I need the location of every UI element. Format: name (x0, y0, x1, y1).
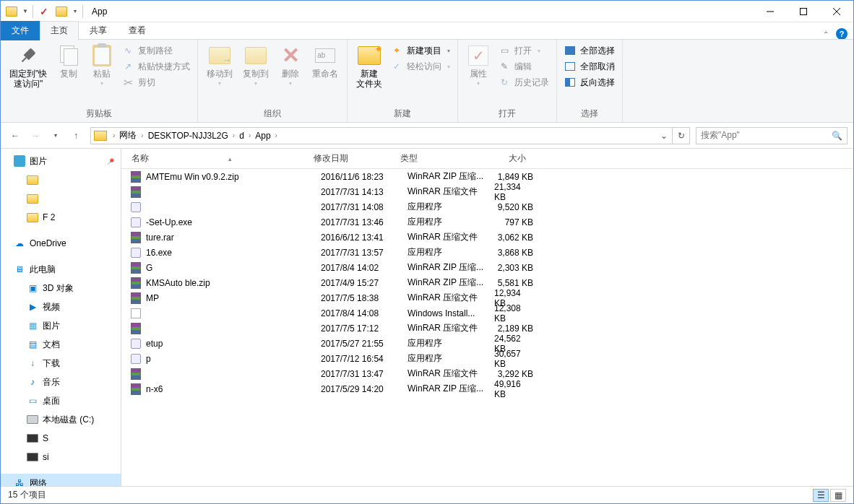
maximize-button[interactable] (787, 1, 820, 22)
chevron-right-icon[interactable]: › (272, 131, 280, 139)
file-name: ture.rar (146, 233, 316, 243)
tab-file[interactable]: 文件 (1, 21, 40, 40)
item-count: 15 个项目 (8, 489, 46, 501)
easyaccess-button[interactable]: ✓轻松访问▾ (388, 58, 453, 74)
breadcrumb-root-icon[interactable] (94, 131, 107, 141)
refresh-button[interactable]: ↻ (672, 127, 689, 144)
properties-button[interactable]: ✓属性▾ (462, 41, 494, 92)
table-row[interactable]: KMSAuto ble.zip2017/4/9 15:27WinRAR ZIP … (121, 275, 853, 290)
selectall-button[interactable]: 全部选择 (561, 43, 618, 58)
breadcrumb[interactable]: › 网络 › DESKTOP-NJJ3L2G › d › App › ⌄ ↻ (90, 127, 690, 144)
table-row[interactable]: MP2017/7/5 18:38WinRAR 压缩文件12,934 KB (121, 290, 853, 305)
recent-dropdown-icon[interactable]: ▾ (47, 127, 64, 144)
file-date: 2017/8/4 14:02 (316, 260, 403, 275)
table-row[interactable]: 2017/7/31 14:13WinRAR 压缩文件21,334 KB (121, 184, 853, 199)
tree-localc[interactable]: 本地磁盘 (C:) (1, 410, 121, 429)
tab-view[interactable]: 查看 (118, 21, 157, 40)
address-dropdown-icon[interactable]: ⌄ (656, 131, 672, 141)
tree-item[interactable] (1, 170, 121, 189)
col-date[interactable]: 修改日期 (309, 149, 396, 168)
tree-drive[interactable]: si (1, 448, 121, 466)
tab-home[interactable]: 主页 (40, 21, 79, 40)
qat-folder-icon[interactable] (4, 4, 20, 19)
newitem-button[interactable]: ✦新建项目▾ (388, 43, 453, 58)
help-icon[interactable]: ? (836, 28, 847, 40)
navigation-tree[interactable]: 图片📍 F 2 ☁OneDrive 🖥此电脑 ▣3D 对象 ▶视频 ▦图片 ▤文… (1, 149, 121, 486)
copy-button[interactable]: 复制 (53, 41, 85, 82)
collapse-ribbon-icon[interactable]: ⌃ (823, 30, 829, 38)
chevron-right-icon[interactable]: › (138, 131, 146, 139)
tree-onedrive[interactable]: ☁OneDrive (1, 234, 121, 253)
tree-drive[interactable]: S (1, 429, 121, 448)
tree-documents[interactable]: ▤文档 (1, 335, 121, 354)
table-row[interactable]: G2017/8/4 14:02WinRAR ZIP 压缩...2,303 KB (121, 260, 853, 275)
table-row[interactable]: 16.exe2017/7/31 13:57应用程序3,868 KB (121, 245, 853, 260)
tree-pictures[interactable]: 图片📍 (1, 152, 121, 170)
newfolder-button[interactable]: 新建 文件夹 (352, 41, 387, 92)
chevron-right-icon[interactable]: › (230, 131, 238, 139)
table-row[interactable]: n-x62017/5/29 14:20WinRAR ZIP 压缩...49,91… (121, 381, 853, 396)
table-row[interactable]: 2017/7/31 13:47WinRAR 压缩文件3,292 KB (121, 366, 853, 381)
table-row[interactable]: 2017/8/4 14:08Windows Install...12,308 K… (121, 305, 853, 321)
qat-dropdown-icon[interactable]: ▼ (21, 4, 30, 19)
qat-folder2-icon[interactable] (53, 4, 69, 19)
crumb-app[interactable]: App (254, 131, 272, 141)
table-row[interactable]: -Set-Up.exe2017/7/31 13:46应用程序797 KB (121, 214, 853, 230)
history-button[interactable]: ↻历史记录 (496, 74, 552, 90)
file-icon (130, 323, 142, 334)
table-row[interactable]: p2017/7/12 16:54应用程序30,657 KB (121, 351, 853, 366)
forward-button[interactable]: → (27, 127, 44, 144)
back-button[interactable]: ← (7, 127, 24, 144)
close-button[interactable] (820, 1, 853, 22)
up-button[interactable]: ↑ (67, 127, 85, 144)
tree-3dobjects[interactable]: ▣3D 对象 (1, 279, 121, 297)
file-rows[interactable]: AMTEmu Win v0.9.2.zip2016/11/6 18:23WinR… (121, 169, 853, 486)
tree-item[interactable]: F 2 (1, 208, 121, 227)
table-row[interactable]: ture.rar2016/6/12 13:41WinRAR 压缩文件3,062 … (121, 230, 853, 245)
file-type: WinRAR 压缩文件 (403, 290, 490, 305)
pasteshortcut-button[interactable]: ↗粘贴快捷方式 (119, 58, 193, 74)
crumb-host[interactable]: DESKTOP-NJJ3L2G (147, 131, 230, 141)
tree-item[interactable] (1, 189, 121, 208)
tree-downloads[interactable]: ↓下载 (1, 354, 121, 373)
open-button[interactable]: ▭打开▾ (496, 43, 552, 58)
table-row[interactable]: 2017/7/31 14:08应用程序9,520 KB (121, 199, 853, 214)
tab-share[interactable]: 共享 (79, 21, 118, 40)
tree-desktop[interactable]: ▭桌面 (1, 391, 121, 410)
qat-dropdown2-icon[interactable]: ▾ (71, 4, 79, 19)
cut-button[interactable]: ✂剪切 (119, 74, 193, 90)
paste-button[interactable]: 粘贴▾ (86, 41, 118, 92)
tree-thispc[interactable]: 🖥此电脑 (1, 260, 121, 279)
tree-music[interactable]: ♪音乐 (1, 373, 121, 391)
search-input[interactable]: 搜索"App" 🔍 (696, 127, 847, 144)
copypath-button[interactable]: ∿复制路径 (119, 43, 193, 58)
moveto-button[interactable]: 移动到▾ (202, 41, 237, 92)
crumb-d[interactable]: d (238, 131, 246, 141)
selectnone-button[interactable]: 全部取消 (561, 58, 618, 74)
file-name: MP (146, 293, 316, 303)
chevron-right-icon[interactable]: › (246, 131, 254, 139)
col-type[interactable]: 类型 (396, 149, 483, 168)
tree-videos[interactable]: ▶视频 (1, 297, 121, 316)
search-icon[interactable]: 🔍 (832, 131, 842, 141)
crumb-network[interactable]: 网络 (118, 129, 138, 142)
details-view-button[interactable]: ☰ (813, 489, 829, 502)
table-row[interactable]: AMTEmu Win v0.9.2.zip2016/11/6 18:23WinR… (121, 169, 853, 184)
edit-button[interactable]: ✎编辑 (496, 58, 552, 74)
tree-network[interactable]: 🖧网络 (1, 474, 121, 486)
invertselect-button[interactable]: 反向选择 (561, 74, 618, 90)
table-row[interactable]: etup2017/5/27 21:55应用程序24,562 KB (121, 336, 853, 351)
tree-pictures2[interactable]: ▦图片 (1, 316, 121, 335)
minimize-button[interactable] (754, 1, 787, 22)
file-type: WinRAR ZIP 压缩... (403, 169, 490, 184)
qat-properties-icon[interactable]: ✓ (36, 4, 52, 19)
chevron-right-icon[interactable]: › (110, 131, 118, 139)
thumbnails-view-button[interactable]: ▦ (830, 489, 846, 502)
rename-button[interactable]: 重命名 (308, 41, 342, 82)
table-row[interactable]: 2017/7/5 17:12WinRAR 压缩文件2,189 KB (121, 321, 853, 336)
delete-button[interactable]: ✕删除▾ (275, 41, 306, 92)
copyto-button[interactable]: 复制到▾ (238, 41, 273, 92)
col-name[interactable]: 名称▴ (121, 149, 309, 168)
col-size[interactable]: 大小 (483, 149, 540, 168)
pin-quickaccess-button[interactable]: 固定到"快 速访问" (5, 41, 51, 92)
